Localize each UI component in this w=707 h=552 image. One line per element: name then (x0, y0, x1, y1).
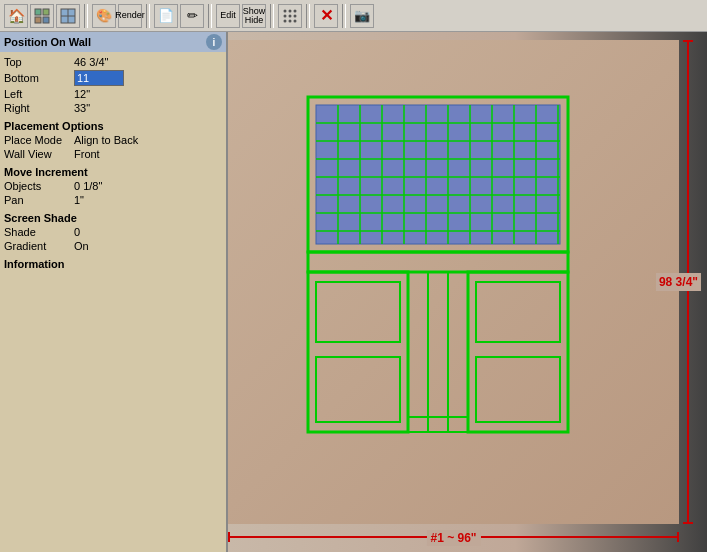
left-panel: Position On Wall i Top 46 3/4" Bottom Le… (0, 32, 228, 552)
svg-rect-1 (43, 9, 49, 15)
bottom-dim-tick-left (228, 532, 230, 542)
separator-2 (146, 4, 150, 28)
right-dim-label: 98 3/4" (656, 273, 701, 291)
objects-value: 0 1/8" (74, 180, 102, 192)
top-label: Top (4, 56, 74, 68)
placement-options-title: Placement Options (4, 120, 222, 132)
top-value: 46 3/4" (74, 56, 109, 68)
panel-header: Position On Wall i (0, 32, 226, 52)
wall-view-value: Front (74, 148, 100, 160)
right-value: 33" (74, 102, 90, 114)
bottom-input[interactable] (74, 70, 124, 86)
place-mode-value: Align to Back (74, 134, 138, 146)
shade-row: Shade 0 (4, 226, 222, 238)
separator-6 (342, 4, 346, 28)
canvas-area[interactable]: 98 3/4" #1 ~ 96" (228, 32, 707, 552)
svg-rect-2 (35, 17, 41, 23)
red-cross-icon[interactable]: ✕ (314, 4, 338, 28)
shade-value: 0 (74, 226, 80, 238)
svg-rect-45 (408, 417, 468, 432)
svg-rect-36 (308, 252, 568, 272)
edit-label[interactable]: Edit (216, 4, 240, 28)
svg-rect-39 (316, 357, 400, 422)
paint-icon[interactable]: 🎨 (92, 4, 116, 28)
fixture-svg (258, 87, 618, 477)
svg-point-12 (294, 14, 297, 17)
bottom-dim-tick-right (677, 532, 679, 542)
svg-rect-44 (476, 357, 560, 422)
table-icon[interactable] (56, 4, 80, 28)
gradient-label: Gradient (4, 240, 74, 252)
svg-point-11 (289, 14, 292, 17)
pan-row: Pan 1" (4, 194, 222, 206)
separator-3 (208, 4, 212, 28)
document-icon[interactable]: 📄 (154, 4, 178, 28)
svg-rect-3 (43, 17, 49, 23)
svg-rect-40 (408, 272, 428, 432)
information-title: Information (4, 258, 222, 270)
bottom-field-row: Bottom (4, 70, 222, 86)
right-label: Right (4, 102, 74, 114)
svg-point-15 (294, 19, 297, 22)
main-layout: Position On Wall i Top 46 3/4" Bottom Le… (0, 32, 707, 552)
shade-label: Shade (4, 226, 74, 238)
separator-4 (270, 4, 274, 28)
info-button[interactable]: i (206, 34, 222, 50)
top-field-row: Top 46 3/4" (4, 56, 222, 68)
bottom-label: Bottom (4, 72, 74, 84)
svg-point-7 (284, 9, 287, 12)
pencil-icon[interactable]: ✏ (180, 4, 204, 28)
move-increment-title: Move Increment (4, 166, 222, 178)
svg-point-10 (284, 14, 287, 17)
wall-view-row: Wall View Front (4, 148, 222, 160)
gradient-value: On (74, 240, 89, 252)
grid-view-icon[interactable] (30, 4, 54, 28)
svg-point-13 (284, 19, 287, 22)
left-label: Left (4, 88, 74, 100)
dots-pattern-icon[interactable] (278, 4, 302, 28)
screen-shade-title: Screen Shade (4, 212, 222, 224)
pan-value: 1" (74, 194, 84, 206)
right-dim-tick-top (683, 40, 693, 42)
objects-label: Objects (4, 180, 74, 192)
svg-point-9 (294, 9, 297, 12)
svg-rect-43 (476, 282, 560, 342)
svg-point-8 (289, 9, 292, 12)
render-label[interactable]: Render (118, 4, 142, 28)
objects-row: Objects 0 1/8" (4, 180, 222, 192)
bottom-dim-label: #1 ~ 96" (426, 530, 480, 546)
gradient-row: Gradient On (4, 240, 222, 252)
pan-label: Pan (4, 194, 74, 206)
show-hide-label[interactable]: ShowHide (242, 4, 266, 28)
place-mode-row: Place Mode Align to Back (4, 134, 222, 146)
svg-rect-17 (316, 105, 560, 244)
bottom-dimension: #1 ~ 96" (228, 524, 679, 548)
svg-point-14 (289, 19, 292, 22)
left-field-row: Left 12" (4, 88, 222, 100)
right-field-row: Right 33" (4, 102, 222, 114)
separator-1 (84, 4, 88, 28)
panel-title: Position On Wall (4, 36, 91, 48)
toolbar: 🏠 🎨 Render 📄 ✏ Edit ShowHide ✕ 📷 (0, 0, 707, 32)
home-icon[interactable]: 🏠 (4, 4, 28, 28)
svg-rect-0 (35, 9, 41, 15)
camera-icon[interactable]: 📷 (350, 4, 374, 28)
svg-rect-38 (316, 282, 400, 342)
svg-rect-42 (468, 272, 568, 432)
wall-view-label: Wall View (4, 148, 74, 160)
place-mode-label: Place Mode (4, 134, 74, 146)
left-value: 12" (74, 88, 90, 100)
svg-rect-37 (308, 272, 408, 432)
right-dimension: 98 3/4" (679, 40, 699, 524)
right-dim-tick-bottom (683, 522, 693, 524)
separator-5 (306, 4, 310, 28)
panel-body: Top 46 3/4" Bottom Left 12" Right 33" Pl… (0, 52, 226, 552)
svg-rect-41 (448, 272, 468, 432)
